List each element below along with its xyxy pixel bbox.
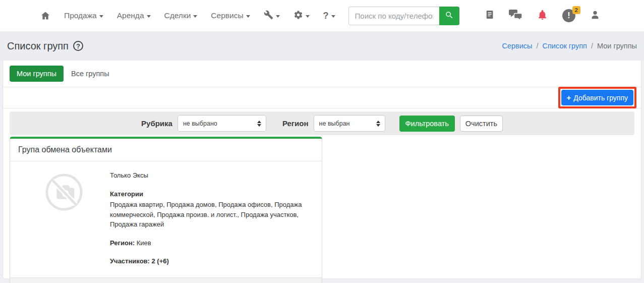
rubric-select-value: не выбрано	[183, 120, 217, 127]
breadcrumb-my-groups: Мои группы	[587, 42, 637, 50]
group-photo-placeholder	[18, 168, 110, 269]
menu-services[interactable]: Сервисы	[211, 11, 250, 20]
question-mark-icon: ?	[323, 11, 329, 21]
menu-tools[interactable]	[264, 10, 280, 22]
search-button[interactable]	[439, 7, 459, 25]
chevron-down-icon	[99, 15, 103, 18]
region-field-value: Киев	[137, 239, 151, 247]
rubric-select[interactable]: не выбрано	[178, 115, 266, 132]
gear-icon	[294, 10, 303, 22]
top-navbar: Продажа Аренда Сделки Сервисы ?	[0, 0, 644, 31]
notifications-button[interactable]	[537, 9, 548, 23]
categories-list: Продажа квартир, Продажа домов, Продажа …	[110, 200, 315, 230]
search-input[interactable]	[348, 7, 439, 25]
select-arrows-icon	[376, 121, 380, 127]
group-region: Регион: Киев	[110, 238, 315, 248]
page-title: Список групп ?	[7, 40, 83, 52]
chevron-down-icon	[147, 15, 151, 18]
journal-button[interactable]	[485, 9, 495, 22]
breadcrumb-group-list[interactable]: Список групп	[533, 42, 587, 50]
chevron-down-icon	[331, 15, 335, 18]
bell-icon	[537, 9, 548, 23]
group-subtitle: Только Эксы	[110, 171, 315, 181]
chevron-down-icon	[193, 15, 197, 18]
wrench-icon	[264, 10, 273, 22]
messages-button[interactable]	[509, 9, 522, 22]
region-select[interactable]: не выбран	[314, 115, 385, 132]
menu-sales[interactable]: Продажа	[64, 11, 103, 20]
page-header: Список групп ? Сервисы Список групп Мои …	[0, 31, 644, 61]
plus-icon: +	[567, 93, 571, 102]
tab-my-groups[interactable]: Мои группы	[10, 66, 64, 82]
chevron-down-icon	[246, 15, 250, 18]
main-menu: Продажа Аренда Сделки Сервисы ?	[40, 10, 335, 22]
members-field-value: 2 (+6)	[152, 257, 169, 265]
global-search	[348, 7, 459, 25]
chevron-down-icon	[306, 15, 310, 18]
members-field-label: Участников:	[110, 257, 150, 265]
alerts-count-badge: 2	[572, 6, 580, 14]
group-card: Група обмена объектами Только Эксы Катег…	[10, 137, 322, 283]
menu-deals-label: Сделки	[164, 11, 191, 20]
home-icon	[40, 11, 50, 21]
group-card-title: Група обмена объектами	[10, 139, 322, 161]
rubric-label: Рубрика	[141, 119, 172, 128]
filter-button[interactable]: Фильтровать	[399, 116, 455, 132]
home-button[interactable]	[40, 11, 50, 21]
navbar-right-icons: ! 2	[485, 9, 637, 23]
profile-button[interactable]	[590, 9, 601, 22]
filter-bar: Рубрика не выбрано Регион не выбран Филь…	[10, 111, 634, 135]
chevron-down-icon	[276, 15, 280, 18]
breadcrumb-services[interactable]: Сервисы	[502, 42, 532, 50]
categories-label: Категории	[110, 189, 315, 199]
toolbar: + Добавить группу	[3, 87, 641, 108]
group-card-body: Только Эксы Категории Продажа квартир, П…	[10, 161, 322, 277]
group-card-footer: Создана: 04-02-22	[10, 277, 322, 283]
region-label: Регион	[282, 119, 309, 128]
select-arrows-icon	[257, 121, 261, 127]
content-container: Мои группы Все группы + Добавить группу …	[3, 61, 641, 279]
add-group-label: Добавить группу	[573, 94, 628, 102]
clear-button[interactable]: Очистить	[460, 116, 503, 132]
region-field-label: Регион:	[110, 239, 135, 247]
menu-sales-label: Продажа	[64, 11, 97, 20]
page-title-text: Список групп	[7, 40, 69, 52]
highlight-annotation: + Добавить группу	[558, 87, 636, 108]
tab-all-groups[interactable]: Все группы	[71, 70, 109, 78]
search-icon	[445, 11, 454, 21]
menu-rent[interactable]: Аренда	[117, 11, 151, 20]
help-icon[interactable]: ?	[73, 41, 83, 51]
alerts-button[interactable]: ! 2	[562, 9, 575, 22]
group-tabs: Мои группы Все группы	[3, 61, 641, 87]
breadcrumb: Сервисы Список групп Мои группы	[502, 42, 637, 50]
menu-rent-label: Аренда	[117, 11, 144, 20]
journal-icon	[485, 9, 495, 22]
add-group-button[interactable]: + Добавить группу	[561, 90, 633, 105]
group-details: Только Эксы Категории Продажа квартир, П…	[110, 168, 315, 269]
menu-help[interactable]: ?	[323, 11, 335, 21]
chat-bubbles-icon	[509, 9, 522, 22]
menu-services-label: Сервисы	[211, 11, 243, 20]
menu-deals[interactable]: Сделки	[164, 11, 198, 20]
region-select-value: не выбран	[319, 120, 350, 127]
menu-settings[interactable]	[294, 10, 310, 22]
no-photo-icon	[44, 173, 84, 269]
group-members: Участников: 2 (+6)	[110, 256, 315, 266]
user-icon	[590, 9, 601, 22]
